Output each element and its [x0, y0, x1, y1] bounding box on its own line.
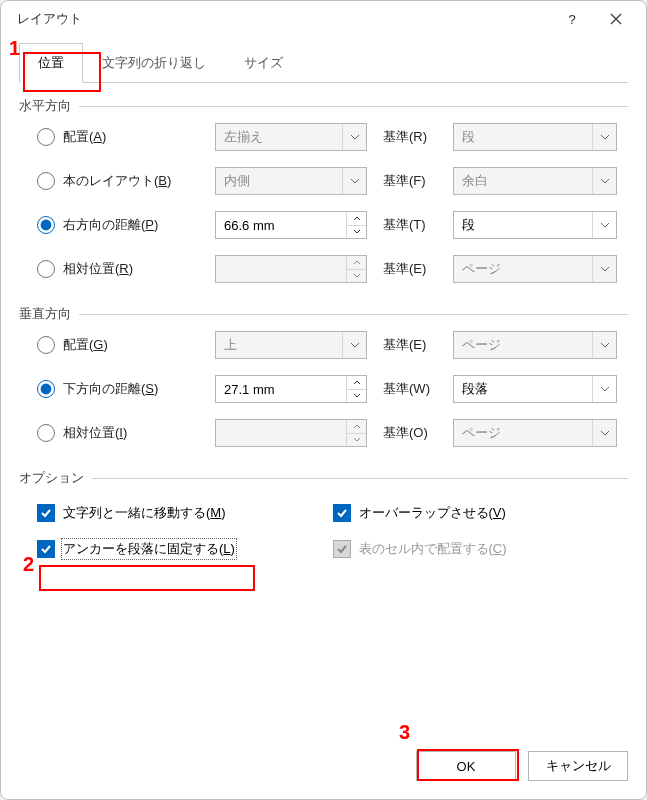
layout-dialog: 1 2 3 レイアウト ? 位置 文字列の折り返し サイズ 水平方向 配置(A)…	[0, 0, 647, 800]
row-h-absolute: 右方向の距離(P) 66.6 mm 基準(T) 段	[19, 203, 628, 247]
help-button[interactable]: ?	[550, 4, 594, 34]
label-h-abs-ref: 基準(T)	[367, 216, 453, 234]
label-layout-in-cell: 表のセル内で配置する(C)	[359, 540, 507, 558]
checkbox-allow-overlap[interactable]	[333, 504, 351, 522]
radio-v-relative[interactable]	[37, 424, 55, 442]
label-lock-anchor: アンカーを段落に固定する(L)	[63, 540, 235, 558]
label-h-alignment: 配置(A)	[63, 128, 106, 146]
group-vertical-title: 垂直方向	[19, 305, 628, 323]
select-h-rel-ref[interactable]: ページ	[453, 255, 617, 283]
row-h-relative: 相対位置(R) 基準(E) ページ	[19, 247, 628, 291]
check-icon	[40, 543, 52, 555]
select-v-rel-ref[interactable]: ページ	[453, 419, 617, 447]
checkbox-move-with-text[interactable]	[37, 504, 55, 522]
callout-2: 2	[23, 553, 34, 576]
tab-underline	[19, 82, 628, 83]
label-h-rel-ref: 基準(E)	[367, 260, 453, 278]
select-v-abs-ref[interactable]: 段落	[453, 375, 617, 403]
dialog-footer: OK キャンセル	[416, 751, 628, 781]
option-layout-in-cell: 表のセル内で配置する(C)	[333, 540, 629, 558]
radio-v-alignment[interactable]	[37, 336, 55, 354]
label-v-abs-ref: 基準(W)	[367, 380, 453, 398]
row-v-absolute: 下方向の距離(S) 27.1 mm 基準(W) 段落	[19, 367, 628, 411]
dialog-content: 位置 文字列の折り返し サイズ 水平方向 配置(A) 左揃え 基準(R) 段 本…	[1, 37, 646, 567]
chevron-down-icon	[592, 124, 616, 150]
option-move-with-text[interactable]: 文字列と一緒に移動する(M)	[37, 504, 333, 522]
label-h-relative: 相対位置(R)	[63, 260, 133, 278]
group-options-title: オプション	[19, 469, 628, 487]
dialog-title: レイアウト	[9, 10, 550, 28]
check-icon	[40, 507, 52, 519]
option-lock-anchor[interactable]: アンカーを段落に固定する(L)	[37, 540, 333, 558]
radio-v-absolute[interactable]	[37, 380, 55, 398]
check-icon	[336, 507, 348, 519]
select-h-book-ref[interactable]: 余白	[453, 167, 617, 195]
spinner-h-absolute[interactable]: 66.6 mm	[215, 211, 367, 239]
callout-1: 1	[9, 37, 20, 60]
tab-bar: 位置 文字列の折り返し サイズ	[19, 43, 628, 83]
chevron-down-icon	[592, 376, 616, 402]
label-h-absolute: 右方向の距離(P)	[63, 216, 158, 234]
select-h-abs-ref[interactable]: 段	[453, 211, 617, 239]
label-h-book-ref: 基準(F)	[367, 172, 453, 190]
label-v-absolute: 下方向の距離(S)	[63, 380, 158, 398]
radio-h-alignment[interactable]	[37, 128, 55, 146]
checkbox-lock-anchor[interactable]	[37, 540, 55, 558]
chevron-down-icon	[592, 332, 616, 358]
radio-h-absolute[interactable]	[37, 216, 55, 234]
spinner-up-icon[interactable]	[347, 256, 366, 270]
close-icon	[610, 13, 622, 25]
spinner-up-icon[interactable]	[347, 212, 366, 226]
label-v-align-ref: 基準(E)	[367, 336, 453, 354]
option-allow-overlap[interactable]: オーバーラップさせる(V)	[333, 504, 629, 522]
row-h-alignment: 配置(A) 左揃え 基準(R) 段	[19, 115, 628, 159]
chevron-down-icon	[342, 124, 366, 150]
label-move-with-text: 文字列と一緒に移動する(M)	[63, 504, 226, 522]
select-h-alignment[interactable]: 左揃え	[215, 123, 367, 151]
chevron-down-icon	[342, 332, 366, 358]
radio-h-book[interactable]	[37, 172, 55, 190]
callout-3: 3	[399, 721, 410, 744]
label-h-align-ref: 基準(R)	[367, 128, 453, 146]
select-v-align-ref[interactable]: ページ	[453, 331, 617, 359]
row-h-book: 本のレイアウト(B) 内側 基準(F) 余白	[19, 159, 628, 203]
spinner-up-icon[interactable]	[347, 420, 366, 434]
chevron-down-icon	[592, 168, 616, 194]
radio-h-relative[interactable]	[37, 260, 55, 278]
chevron-down-icon	[342, 168, 366, 194]
spinner-down-icon[interactable]	[347, 270, 366, 283]
select-h-align-ref[interactable]: 段	[453, 123, 617, 151]
tab-text-wrap[interactable]: 文字列の折り返し	[83, 43, 225, 82]
label-v-rel-ref: 基準(O)	[367, 424, 453, 442]
group-options: オプション 文字列と一緒に移動する(M) オーバーラップさせる(V) ア	[19, 469, 628, 567]
label-h-book: 本のレイアウト(B)	[63, 172, 171, 190]
chevron-down-icon	[592, 256, 616, 282]
row-v-alignment: 配置(G) 上 基準(E) ページ	[19, 323, 628, 367]
chevron-down-icon	[592, 212, 616, 238]
cancel-button[interactable]: キャンセル	[528, 751, 628, 781]
spinner-v-absolute[interactable]: 27.1 mm	[215, 375, 367, 403]
row-v-relative: 相対位置(I) 基準(O) ページ	[19, 411, 628, 455]
tab-size[interactable]: サイズ	[225, 43, 302, 82]
ok-button[interactable]: OK	[416, 751, 516, 781]
checkbox-layout-in-cell	[333, 540, 351, 558]
spinner-down-icon[interactable]	[347, 226, 366, 239]
spinner-down-icon[interactable]	[347, 434, 366, 447]
spinner-h-relative[interactable]	[215, 255, 367, 283]
check-icon	[336, 543, 348, 555]
tab-position[interactable]: 位置	[19, 43, 83, 83]
highlight-lock-anchor	[39, 565, 255, 591]
spinner-up-icon[interactable]	[347, 376, 366, 390]
group-horizontal-title: 水平方向	[19, 97, 628, 115]
close-button[interactable]	[594, 4, 638, 34]
label-v-alignment: 配置(G)	[63, 336, 108, 354]
spinner-v-relative[interactable]	[215, 419, 367, 447]
label-allow-overlap: オーバーラップさせる(V)	[359, 504, 506, 522]
select-h-book[interactable]: 内側	[215, 167, 367, 195]
group-vertical: 垂直方向 配置(G) 上 基準(E) ページ 下方向の距離(S) 27.1 mm…	[19, 305, 628, 455]
spinner-down-icon[interactable]	[347, 390, 366, 403]
titlebar: レイアウト ?	[1, 1, 646, 37]
select-v-alignment[interactable]: 上	[215, 331, 367, 359]
group-horizontal: 水平方向 配置(A) 左揃え 基準(R) 段 本のレイアウト(B) 内側 基準(…	[19, 97, 628, 291]
chevron-down-icon	[592, 420, 616, 446]
